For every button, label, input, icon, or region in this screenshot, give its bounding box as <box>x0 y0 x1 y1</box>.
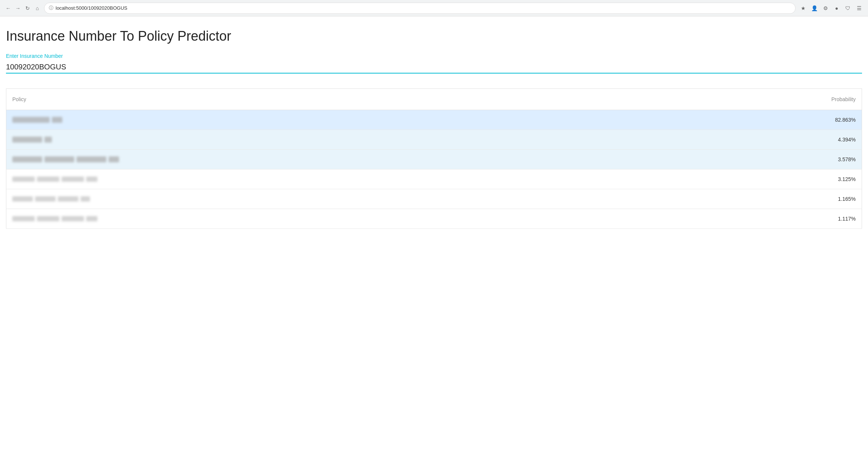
policy-name-blur <box>12 117 50 123</box>
policy-name-blur-2 <box>44 156 74 162</box>
policy-name-blur-3 <box>77 156 106 162</box>
table-row: 3.578% <box>6 150 862 169</box>
home-button[interactable]: ⌂ <box>34 4 41 12</box>
results-table: Policy Probability 82.863% <box>6 88 862 229</box>
policy-name-blur-4 <box>86 177 97 182</box>
browser-action-icons: ★ 👤 ⚙ ● 🛡 ☰ <box>799 4 864 13</box>
extension-icon1[interactable]: ⚙ <box>821 4 830 13</box>
extension-icon4[interactable]: ☰ <box>855 4 864 13</box>
back-button[interactable]: ← <box>4 4 12 12</box>
input-label: Enter Insurance Number <box>6 53 862 59</box>
profile-icon[interactable]: 👤 <box>810 4 819 13</box>
policy-name-blur-3 <box>58 196 78 202</box>
probability-cell: 1.165% <box>661 189 862 209</box>
policy-name-blur-4 <box>81 196 90 202</box>
nav-buttons: ← → ↻ ⌂ <box>4 4 41 12</box>
policy-name-blur-4 <box>86 216 97 221</box>
policy-name-blur-2 <box>37 177 59 182</box>
insurance-number-input[interactable] <box>6 61 862 74</box>
policy-name-blur-2 <box>35 196 56 202</box>
policy-name-blur <box>12 156 42 162</box>
policy-name-blur <box>12 216 35 221</box>
table-row: 3.125% <box>6 169 862 189</box>
policy-cell <box>6 189 661 209</box>
policy-name-blur-2 <box>44 137 52 143</box>
table-header-row: Policy Probability <box>6 89 862 110</box>
table-row: 1.165% <box>6 189 862 209</box>
address-bar[interactable]: ⓘ localhost:5000/10092020BOGUS <box>44 3 796 14</box>
page-title: Insurance Number To Policy Predictor <box>6 28 862 44</box>
policy-name-blur <box>12 177 35 182</box>
policy-name-blur-2 <box>52 117 62 123</box>
table-row: 4.394% <box>6 130 862 150</box>
extension-icon3[interactable]: 🛡 <box>843 4 852 13</box>
address-text: localhost:5000/10092020BOGUS <box>56 5 791 11</box>
policy-cell <box>6 150 661 169</box>
page-content: Insurance Number To Policy Predictor Ent… <box>0 16 868 235</box>
lock-icon: ⓘ <box>49 5 53 11</box>
bookmark-icon[interactable]: ★ <box>799 4 808 13</box>
refresh-button[interactable]: ↻ <box>24 4 31 12</box>
policy-cell <box>6 169 661 189</box>
probability-cell: 4.394% <box>661 130 862 150</box>
policy-name-blur-3 <box>62 177 84 182</box>
table-row: 82.863% <box>6 110 862 130</box>
probability-cell: 3.125% <box>661 169 862 189</box>
policy-name-blur <box>12 137 42 143</box>
policy-cell <box>6 110 661 130</box>
col-header-policy: Policy <box>6 89 661 110</box>
col-header-probability: Probability <box>661 89 862 110</box>
probability-cell: 82.863% <box>661 110 862 130</box>
policy-name-blur-4 <box>109 156 119 162</box>
input-section: Enter Insurance Number <box>6 53 862 74</box>
browser-chrome: ← → ↻ ⌂ ⓘ localhost:5000/10092020BOGUS ★… <box>0 0 868 16</box>
forward-button[interactable]: → <box>14 4 22 12</box>
probability-cell: 3.578% <box>661 150 862 169</box>
extension-icon2[interactable]: ● <box>832 4 841 13</box>
policy-name-blur-3 <box>62 216 84 221</box>
policy-name-blur <box>12 196 33 202</box>
policy-name-blur-2 <box>37 216 59 221</box>
probability-cell: 1.117% <box>661 209 862 229</box>
table-row: 1.117% <box>6 209 862 229</box>
policy-cell <box>6 209 661 229</box>
policy-cell <box>6 130 661 150</box>
